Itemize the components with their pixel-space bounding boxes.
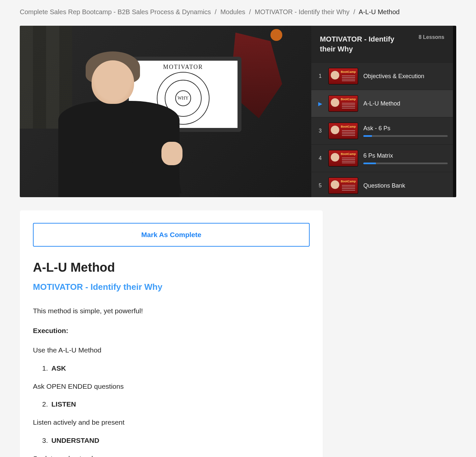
- step-desc: Listen actively and be present: [33, 417, 310, 428]
- lesson-list[interactable]: 1Objectives & Execution▶A-L-U Method3Ask…: [311, 62, 456, 197]
- lesson-body: This method is simple, yet powerful! Exe…: [33, 305, 310, 457]
- breadcrumb-current: A-L-U Method: [359, 8, 400, 15]
- mark-complete-button[interactable]: Mark As Complete: [33, 223, 310, 247]
- video-player-container: MOTIVATOR WHY MOTIVATOR - Ide: [20, 26, 456, 197]
- lesson-content-card: Mark As Complete A-L-U Method MOTIVATOR …: [20, 210, 323, 457]
- video-area[interactable]: MOTIVATOR WHY: [20, 26, 311, 197]
- module-subtitle: MOTIVATOR - Identify their Why: [33, 282, 310, 292]
- video-frame-still: MOTIVATOR WHY: [20, 26, 311, 197]
- lesson-title: Questions Bank: [363, 182, 448, 189]
- lesson-progress: [363, 163, 448, 164]
- playlist-title: MOTIVATOR - Identify their Why: [320, 34, 406, 54]
- lesson-row[interactable]: 1Objectives & Execution: [311, 62, 456, 90]
- breadcrumb: Complete Sales Rep Bootcamp - B2B Sales …: [20, 0, 456, 26]
- playlist-lesson-count: 8 Lessons: [419, 34, 444, 40]
- step-item: 1.ASK: [42, 364, 310, 372]
- lesson-index: 1: [317, 73, 323, 79]
- lesson-row[interactable]: 5Questions Bank: [311, 172, 456, 197]
- breadcrumb-sep: /: [353, 8, 355, 15]
- lesson-index: 5: [317, 183, 323, 189]
- lesson-row[interactable]: ▶A-L-U Method: [311, 90, 456, 117]
- step-desc: Ask OPEN ENDED questions: [33, 381, 310, 392]
- lesson-progress: [363, 135, 448, 137]
- lesson-thumbnail: [328, 177, 358, 194]
- lesson-title: Ask - 6 Ps: [363, 125, 448, 132]
- lesson-row[interactable]: 46 Ps Matrix: [311, 144, 456, 172]
- step-item: 3.UNDERSTAND: [42, 437, 310, 444]
- breadcrumb-sep: /: [215, 8, 217, 15]
- presenter-figure: [43, 51, 195, 197]
- intro-text: This method is simple, yet powerful!: [33, 305, 310, 317]
- lesson-index: 4: [317, 155, 323, 161]
- breadcrumb-link-module[interactable]: MOTIVATOR - Identify their Why: [255, 8, 350, 15]
- execution-label: Execution:: [33, 325, 310, 336]
- lesson-thumbnail: [328, 68, 358, 84]
- play-icon: ▶: [318, 101, 322, 107]
- lesson-thumbnail: [328, 150, 358, 167]
- lesson-title: 6 Ps Matrix: [363, 152, 448, 159]
- step-desc: Seek to understand: [33, 453, 310, 457]
- breadcrumb-link-modules[interactable]: Modules: [220, 8, 245, 15]
- lesson-thumbnail: [328, 95, 358, 112]
- breadcrumb-sep: /: [249, 8, 251, 15]
- breadcrumb-link-course[interactable]: Complete Sales Rep Bootcamp - B2B Sales …: [20, 8, 211, 15]
- use-line: Use the A-L-U Method: [33, 345, 310, 356]
- step-item: 2.LISTEN: [42, 400, 310, 408]
- lesson-index: 3: [317, 128, 323, 134]
- lesson-row[interactable]: 3Ask - 6 Ps: [311, 117, 456, 144]
- lesson-thumbnail: [328, 123, 358, 139]
- lesson-title: A-L-U Method: [363, 100, 448, 107]
- page-title: A-L-U Method: [33, 260, 310, 275]
- lesson-title: Objectives & Execution: [363, 73, 448, 80]
- lesson-playlist: MOTIVATOR - Identify their Why 8 Lessons…: [311, 26, 456, 197]
